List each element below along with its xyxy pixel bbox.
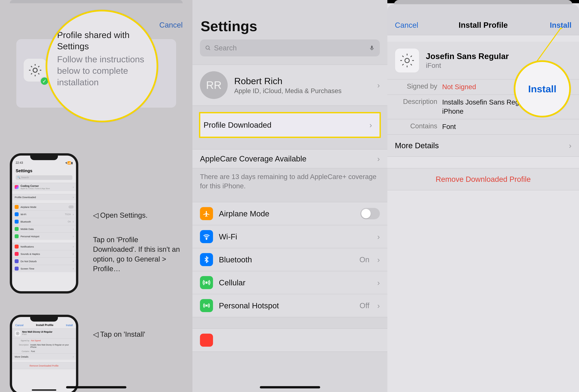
profile-contains: ContainsFont bbox=[387, 119, 579, 134]
chevron-right-icon: › bbox=[377, 301, 380, 310]
more-row[interactable] bbox=[192, 329, 387, 352]
user-detail: Apple ID, iCloud, Media & Purchases bbox=[234, 87, 342, 95]
applecare-footer: There are 13 days remaining to add Apple… bbox=[192, 168, 387, 197]
airplane-icon bbox=[200, 207, 213, 220]
svg-point-1 bbox=[17, 333, 18, 334]
mini-row: Personal Hotspot› bbox=[12, 233, 76, 240]
chevron-right-icon: › bbox=[377, 232, 380, 241]
applecare-row[interactable]: AppleCare Coverage Available › bbox=[192, 149, 387, 168]
search-icon bbox=[205, 45, 211, 51]
step-1-text: ▷Open Settings. bbox=[93, 210, 181, 220]
settings-search[interactable]: Search bbox=[200, 39, 380, 57]
svg-point-6 bbox=[206, 282, 207, 283]
mini-row: BluetoothOn› bbox=[12, 218, 76, 225]
svg-rect-4 bbox=[371, 46, 373, 49]
install-profile-navbar: Cancel Install Profile Install bbox=[387, 4, 579, 35]
mic-icon[interactable] bbox=[369, 45, 375, 51]
zoom-highlight-install: Install bbox=[514, 60, 571, 117]
more-details-row[interactable]: More Details › bbox=[387, 134, 579, 157]
remove-profile-button[interactable]: Remove Downloaded Profile bbox=[387, 168, 579, 190]
install-profile-title: Install Profile bbox=[459, 20, 508, 30]
mini-search: 🔍 Search bbox=[16, 175, 72, 180]
chevron-right-icon: › bbox=[377, 154, 380, 163]
mini-profile-downloaded: Profile Downloaded› bbox=[12, 194, 76, 200]
cellular-icon bbox=[200, 276, 213, 289]
svg-point-2 bbox=[16, 332, 19, 335]
settings-row-cellular[interactable]: Cellular› bbox=[192, 271, 387, 294]
svg-point-8 bbox=[405, 58, 409, 63]
install-preview-phone: Cancel Install Profile Install New Walt … bbox=[10, 315, 78, 392]
svg-point-7 bbox=[206, 305, 207, 306]
mini-user-row: Coding CornerApple ID, iCloud, iTunes & … bbox=[12, 183, 76, 191]
mini-row: Do Not Disturb› bbox=[12, 258, 76, 265]
step-2-text: Tap on 'Profile Downloaded'. If this isn… bbox=[93, 235, 181, 274]
profile-name: Josefin Sans Regular bbox=[426, 52, 509, 61]
toggle-switch[interactable] bbox=[360, 208, 380, 219]
home-indicator bbox=[66, 386, 126, 389]
hotspot-icon bbox=[200, 299, 213, 312]
mini-row: Notifications› bbox=[12, 243, 76, 250]
settings-row-personal-hotspot[interactable]: Personal HotspotOff› bbox=[192, 294, 387, 317]
mini-row: Screen Time› bbox=[12, 265, 76, 272]
mini-gear-icon bbox=[15, 330, 20, 336]
app-icon bbox=[200, 334, 213, 347]
mini-row: Wi-FiTG2A› bbox=[12, 210, 76, 218]
cancel-button[interactable]: Cancel bbox=[395, 21, 418, 30]
settings-row-bluetooth[interactable]: BluetoothOn› bbox=[192, 248, 387, 271]
chevron-right-icon: › bbox=[377, 278, 380, 287]
chevron-right-icon: › bbox=[377, 81, 380, 90]
svg-point-3 bbox=[206, 46, 209, 49]
profile-downloaded-highlight: Profile Downloaded › bbox=[199, 112, 381, 138]
settings-row-wi-fi[interactable]: Wi-Fi› bbox=[192, 225, 387, 248]
bluetooth-icon bbox=[200, 253, 213, 266]
mini-row: Airplane Mode bbox=[12, 203, 76, 210]
settings-preview-phone: 22:43•ıl 📶 ▮ Settings 🔍 Search Coding Co… bbox=[10, 153, 78, 294]
chevron-right-icon: › bbox=[377, 255, 380, 264]
user-name: Robert Rich bbox=[234, 76, 342, 86]
profile-downloaded-row[interactable]: Profile Downloaded › bbox=[200, 113, 379, 137]
settings-title: Settings bbox=[192, 0, 387, 39]
cancel-button[interactable]: Cancel bbox=[159, 20, 183, 29]
mini-row: Sounds & Haptics› bbox=[12, 250, 76, 258]
mini-row: Mobile Data› bbox=[12, 225, 76, 233]
wifi-icon bbox=[200, 230, 213, 243]
search-placeholder: Search bbox=[214, 44, 237, 52]
mini-settings-title: Settings bbox=[12, 165, 76, 175]
profile-gear-icon bbox=[395, 48, 419, 73]
install-button[interactable]: Install bbox=[550, 21, 572, 30]
svg-point-5 bbox=[206, 239, 207, 240]
chevron-right-icon: › bbox=[569, 141, 572, 150]
zoom-highlight-profile-shared: Profile shared with Settings Follow the … bbox=[46, 10, 158, 122]
step-3-text: ▷Tap on 'Install' bbox=[93, 329, 181, 339]
apple-id-row[interactable]: RR Robert Rich Apple ID, iCloud, Media &… bbox=[192, 65, 387, 106]
avatar: RR bbox=[200, 71, 228, 99]
home-indicator bbox=[260, 386, 320, 389]
svg-point-0 bbox=[33, 68, 37, 72]
settings-row-airplane-mode[interactable]: Airplane Mode bbox=[192, 202, 387, 225]
profile-source: iFont bbox=[426, 62, 509, 69]
chevron-right-icon: › bbox=[369, 121, 372, 130]
